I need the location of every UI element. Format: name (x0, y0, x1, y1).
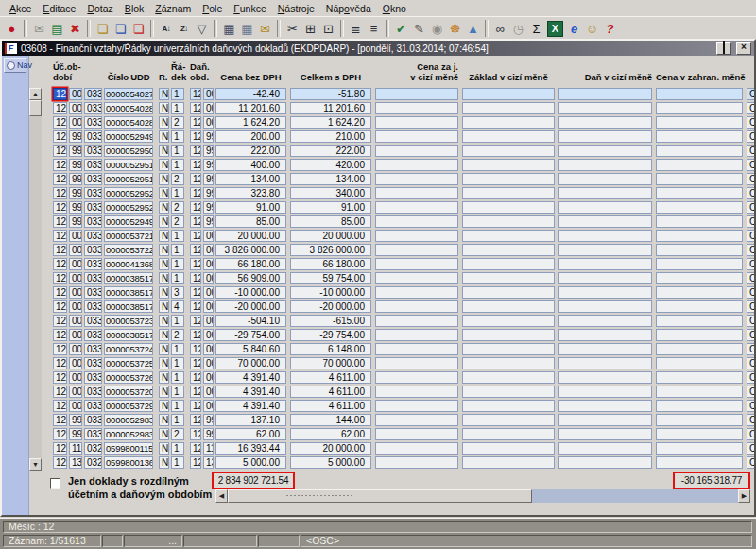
cell-cena-za-j-v-cizi-mene[interactable] (375, 116, 458, 129)
cell-r[interactable]: N (159, 102, 169, 114)
cell-celkem-s-dph[interactable]: 91.00 (290, 201, 371, 214)
cell-radek[interactable]: 1 (171, 159, 184, 171)
cell-dan-obdobi-mesic[interactable]: 00 (203, 286, 214, 299)
cell-dan-v-cizi-mene[interactable] (558, 244, 652, 256)
cell-cislo-udd[interactable]: 0000052952 (104, 201, 153, 214)
cell-mena[interactable]: CZ (747, 173, 754, 185)
cell-ucetni-obdobi[interactable]: 12 (53, 116, 67, 129)
cell-r[interactable]: N (159, 329, 169, 341)
cell-organizace[interactable]: 033 (84, 130, 102, 143)
cell-dan-obdobi-mesic[interactable]: 99 (203, 173, 214, 185)
cell-dan-obdobi-mesic[interactable]: 00 (203, 343, 214, 355)
cell-r[interactable]: N (159, 286, 169, 299)
cell-dan-v-cizi-mene[interactable] (558, 130, 652, 143)
cell-radek[interactable]: 2 (171, 215, 184, 228)
cell-cena-v-zahran-mene[interactable] (656, 456, 743, 469)
cell-cislo-udd[interactable]: 0000052949 (104, 215, 153, 228)
cell-cena-za-j-v-cizi-mene[interactable] (375, 230, 458, 242)
cell-dan-obdobi[interactable]: 12 (190, 343, 201, 355)
cell-dan-v-cizi-mene[interactable] (558, 102, 652, 114)
cell-ucetni-obdobi[interactable]: 12 (53, 130, 67, 143)
cell-dan-obdobi[interactable]: 12 (190, 386, 201, 398)
cell-dan-obdobi-mesic[interactable]: 00 (203, 315, 214, 327)
cell-dan-obdobi[interactable]: 12 (190, 272, 201, 284)
cell-celkem-s-dph[interactable]: 4 611.00 (290, 400, 371, 412)
menu-item[interactable]: Akce (4, 2, 37, 15)
cell-cislo-udd[interactable]: 0000052951 (104, 159, 153, 171)
cell-mena[interactable]: CZ (747, 300, 754, 313)
cell-dan-obdobi[interactable]: 12 (190, 414, 201, 426)
cell-ucetni-obdobi[interactable]: 12 (53, 286, 67, 299)
cell-radek[interactable]: 4 (171, 300, 184, 313)
cell-cena-bez-dph[interactable]: -20 000.00 (215, 300, 286, 313)
cell-cena-za-j-v-cizi-mene[interactable] (375, 400, 458, 412)
cell-ucetni-obdobi-mesic[interactable]: 99 (69, 187, 82, 199)
outline-icon[interactable]: ≣ (347, 20, 365, 38)
cell-radek[interactable]: 1 (171, 343, 184, 355)
cell-dan-obdobi-mesic[interactable]: 00 (203, 230, 214, 242)
filter-checkbox[interactable] (50, 478, 60, 489)
cell-mena[interactable]: CZ (747, 159, 754, 171)
cell-cislo-udd[interactable]: 0000052949 (104, 130, 153, 143)
cell-r[interactable]: N (159, 159, 169, 171)
cell-ucetni-obdobi[interactable]: 12 (53, 315, 67, 327)
cell-ucetni-obdobi-mesic[interactable]: 00 (69, 230, 82, 242)
clipboard-check-icon[interactable]: ✔ (392, 20, 410, 38)
cell-dan-obdobi-mesic[interactable]: 00 (203, 371, 214, 384)
cell-dan-v-cizi-mene[interactable] (558, 159, 652, 171)
cell-organizace[interactable]: 032 (84, 456, 102, 469)
cell-cena-bez-dph[interactable]: -42.40 (215, 88, 286, 100)
cell-radek[interactable]: 1 (171, 102, 184, 114)
cut-icon[interactable]: ✂ (284, 20, 301, 38)
cell-ucetni-obdobi-mesic[interactable]: 99 (69, 201, 82, 214)
cell-ucetni-obdobi-mesic[interactable]: 00 (69, 116, 82, 129)
menu-item[interactable]: Nástroje (272, 2, 320, 15)
cell-celkem-s-dph[interactable]: 420.00 (290, 159, 371, 171)
cell-r[interactable]: N (159, 244, 169, 256)
cell-radek[interactable]: 1 (171, 442, 184, 455)
cell-radek[interactable]: 1 (171, 456, 184, 469)
cell-mena[interactable]: CZ (747, 215, 754, 228)
cell-dan-v-cizi-mene[interactable] (558, 116, 652, 129)
cell-dan-obdobi-mesic[interactable]: 00 (203, 88, 214, 100)
cell-ucetni-obdobi[interactable]: 12 (53, 145, 67, 157)
cell-cena-bez-dph[interactable]: 137.10 (215, 414, 286, 426)
cell-dan-obdobi[interactable]: 12 (190, 428, 201, 440)
cell-organizace[interactable]: 033 (84, 315, 102, 327)
cell-mena[interactable]: CZ (747, 244, 754, 256)
cell-celkem-s-dph[interactable]: 222.00 (290, 145, 371, 157)
cell-ucetni-obdobi[interactable]: 12 (53, 215, 67, 228)
cell-celkem-s-dph[interactable]: 20 000.00 (290, 230, 371, 242)
cell-ucetni-obdobi-mesic[interactable]: 11 (69, 442, 82, 455)
cell-ucetni-obdobi-mesic[interactable]: 99 (69, 145, 82, 157)
cell-cena-za-j-v-cizi-mene[interactable] (375, 315, 458, 327)
cell-cena-za-j-v-cizi-mene[interactable] (375, 386, 458, 398)
cell-ucetni-obdobi[interactable]: 12 (53, 428, 67, 440)
cell-dan-v-cizi-mene[interactable] (558, 386, 652, 398)
cell-organizace[interactable]: 033 (84, 88, 102, 100)
cell-dan-v-cizi-mene[interactable] (558, 286, 652, 299)
cell-cena-v-zahran-mene[interactable] (656, 272, 743, 284)
cell-dan-obdobi-mesic[interactable]: 99 (203, 130, 214, 143)
cell-zaklad-v-cizi-mene[interactable] (462, 102, 555, 114)
menu-item[interactable]: Okno (377, 2, 412, 15)
cell-dan-v-cizi-mene[interactable] (558, 258, 652, 270)
cell-radek[interactable]: 2 (171, 428, 184, 440)
cell-organizace[interactable]: 033 (84, 357, 102, 369)
nav-button[interactable]: Nav (4, 58, 26, 73)
cell-dan-obdobi[interactable]: 12 (190, 371, 201, 384)
cell-dan-obdobi[interactable]: 12 (190, 201, 201, 214)
record-scrollbar[interactable]: ▲ ▼ (29, 88, 42, 471)
cell-ucetni-obdobi[interactable]: 12 (53, 102, 67, 114)
cell-cena-v-zahran-mene[interactable] (656, 386, 743, 398)
cell-r[interactable]: N (159, 173, 169, 185)
cell-cena-za-j-v-cizi-mene[interactable] (375, 159, 458, 171)
cell-dan-obdobi[interactable]: 12 (190, 102, 201, 114)
cell-zaklad-v-cizi-mene[interactable] (462, 442, 555, 455)
cell-ucetni-obdobi[interactable]: 12 (53, 88, 67, 100)
cell-cislo-udd[interactable]: 0599800136 (104, 456, 153, 469)
cell-celkem-s-dph[interactable]: 210.00 (290, 130, 371, 143)
cell-mena[interactable]: CZ (747, 88, 754, 100)
cell-r[interactable]: N (159, 145, 169, 157)
cell-cena-v-zahran-mene[interactable] (656, 329, 743, 341)
